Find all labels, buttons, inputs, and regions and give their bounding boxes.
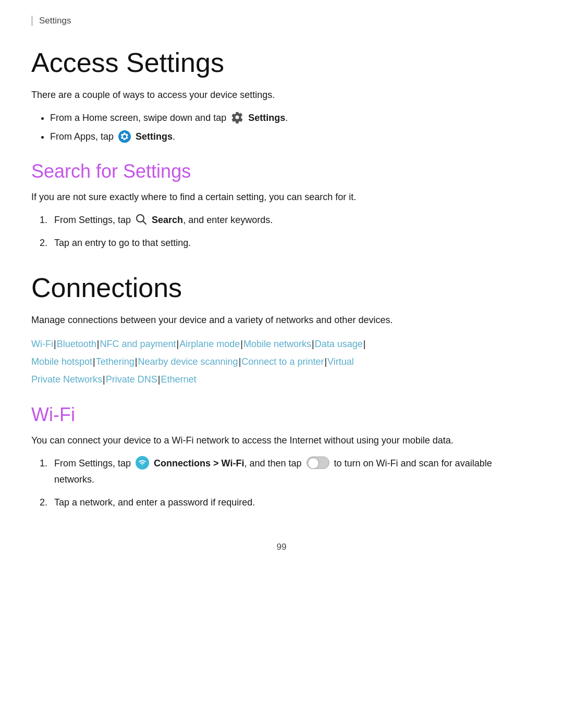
- connections-links: Wi-Fi|Bluetooth|NFC and payment|Airplane…: [31, 335, 532, 389]
- wifi-intro: You can connect your device to a Wi-Fi n…: [31, 433, 532, 448]
- link-vpn-2[interactable]: Private Networks: [31, 374, 102, 385]
- link-printer[interactable]: Connect to a printer: [241, 356, 324, 367]
- bullet-2-suffix: .: [173, 131, 175, 142]
- gear-icon: [229, 113, 248, 123]
- sep-3: |: [177, 339, 179, 349]
- sep-10: |: [324, 356, 327, 367]
- wifi-step-1: From Settings, tap Connections > Wi-Fi, …: [50, 455, 532, 487]
- link-mobile-networks[interactable]: Mobile networks: [243, 339, 311, 349]
- wifi-step-1-prefix: From Settings, tap: [54, 458, 133, 468]
- sep-12: |: [158, 374, 161, 385]
- toggle-icon: [304, 458, 334, 468]
- sep-5: |: [312, 339, 314, 349]
- search-settings-list: From Settings, tap Search, and enter key…: [31, 212, 532, 251]
- link-wifi[interactable]: Wi-Fi: [31, 339, 53, 349]
- sep-6: |: [363, 339, 366, 349]
- search-step-2: Tap an entry to go to that setting.: [50, 235, 532, 251]
- link-bluetooth[interactable]: Bluetooth: [57, 339, 96, 349]
- link-nearby-scanning[interactable]: Nearby device scanning: [138, 356, 238, 367]
- svg-line-2: [143, 221, 146, 224]
- wifi-step-1-bold: Connections > Wi-Fi: [154, 458, 244, 468]
- breadcrumb: Settings: [31, 16, 532, 26]
- page-number: 99: [31, 542, 532, 552]
- connections-intro: Manage connections between your device a…: [31, 313, 532, 328]
- search-icon: [133, 215, 152, 225]
- breadcrumb-label: Settings: [39, 16, 71, 26]
- access-settings-bullet-2: From Apps, tap Settings.: [50, 129, 532, 145]
- sep-4: |: [240, 339, 243, 349]
- wifi-step-2: Tap a network, and enter a password if r…: [50, 495, 532, 511]
- link-private-dns[interactable]: Private DNS: [106, 374, 157, 385]
- link-nfc[interactable]: NFC and payment: [100, 339, 176, 349]
- search-step-1-bold: Search: [152, 215, 183, 225]
- sep-2: |: [97, 339, 100, 349]
- link-mobile-hotspot[interactable]: Mobile hotspot: [31, 356, 92, 367]
- bullet-1-prefix: From a Home screen, swipe down and tap: [50, 113, 229, 123]
- access-settings-list: From a Home screen, swipe down and tap S…: [31, 110, 532, 145]
- settings-blue-icon: [116, 131, 136, 142]
- link-vpn[interactable]: Virtual: [327, 356, 354, 367]
- search-settings-intro: If you are not sure exactly where to fin…: [31, 190, 532, 205]
- link-airplane[interactable]: Airplane mode: [179, 339, 240, 349]
- svg-point-0: [118, 130, 131, 143]
- search-step-1: From Settings, tap Search, and enter key…: [50, 212, 532, 228]
- connections-icon: [133, 458, 154, 468]
- sep-9: |: [239, 356, 241, 367]
- access-settings-title: Access Settings: [31, 47, 532, 78]
- bullet-1-bold: Settings: [248, 113, 285, 123]
- search-step-1-prefix: From Settings, tap: [54, 215, 133, 225]
- wifi-heading: Wi-Fi: [31, 404, 532, 426]
- link-tethering[interactable]: Tethering: [96, 356, 134, 367]
- sep-8: |: [135, 356, 138, 367]
- sep-1: |: [54, 339, 56, 349]
- access-settings-intro: There are a couple of ways to access you…: [31, 88, 532, 103]
- sep-11: |: [103, 374, 105, 385]
- bullet-2-bold: Settings: [136, 131, 173, 142]
- wifi-step-1-middle: , and then tap: [244, 458, 304, 468]
- search-settings-heading: Search for Settings: [31, 161, 532, 182]
- bullet-2-prefix: From Apps, tap: [50, 131, 116, 142]
- wifi-steps-list: From Settings, tap Connections > Wi-Fi, …: [31, 455, 532, 511]
- sep-7: |: [93, 356, 95, 367]
- link-ethernet[interactable]: Ethernet: [161, 374, 196, 385]
- search-step-1-suffix: , and enter keywords.: [183, 215, 273, 225]
- link-data-usage[interactable]: Data usage: [315, 339, 363, 349]
- connections-title: Connections: [31, 272, 532, 303]
- access-settings-bullet-1: From a Home screen, swipe down and tap S…: [50, 110, 532, 126]
- bullet-1-suffix: .: [285, 113, 288, 123]
